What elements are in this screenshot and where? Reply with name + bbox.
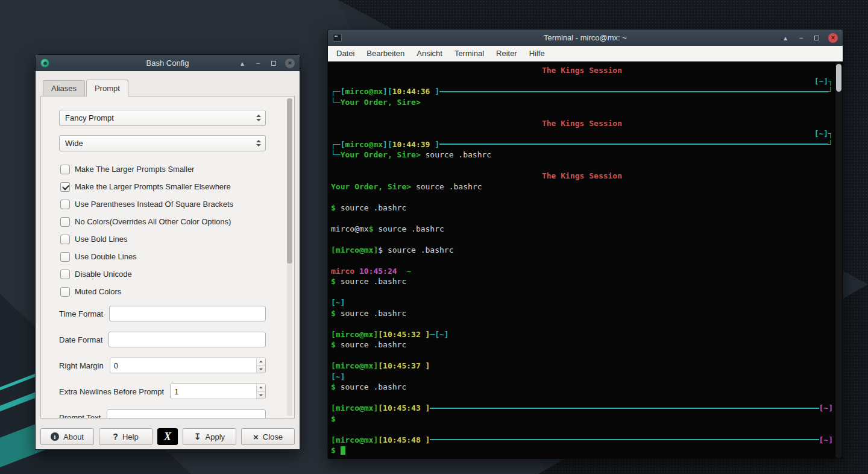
panel-scrollbar-thumb[interactable] — [287, 98, 292, 264]
checkbox-make-the-larger-prompts-smaller-elsewhere[interactable]: Make the Larger Prompts Smaller Elsewher… — [60, 178, 266, 195]
terminal-text: source .bashrc — [336, 203, 406, 213]
terminal-line: [mirco@mx][10:45:48 ][~] — [331, 435, 833, 446]
checkbox-label: Make the Larger Prompts Smaller Elsewher… — [75, 182, 231, 191]
terminal-text: $ — [331, 445, 341, 456]
terminal-text: [mirco@mx] — [331, 435, 378, 446]
menu-item-reiter[interactable]: Reiter — [490, 46, 523, 60]
terminal-scrollbar-thumb[interactable] — [836, 64, 841, 92]
checkbox-box[interactable] — [60, 165, 70, 174]
extra-newlines-before-prompt-spinner[interactable] — [170, 384, 266, 399]
prompt-style-value: Fancy Prompt — [65, 113, 114, 122]
close-button[interactable]: × — [285, 58, 295, 68]
menu-item-bearbeiten[interactable]: Bearbeiten — [360, 46, 410, 60]
right-margin-input[interactable] — [110, 358, 256, 373]
terminal-titlebar[interactable]: Terminal - mirco@mx: ~ ▴ − × — [328, 30, 843, 46]
spin-arrows-icon[interactable] — [256, 384, 265, 399]
checkbox-no-colors-overrides-all-other-color-options[interactable]: No Colors(Overrides All Other Color Opti… — [60, 213, 266, 230]
terminal-text: $ — [369, 224, 374, 235]
field-label: Time Format — [59, 309, 103, 318]
help-button[interactable]: ?Help — [99, 428, 153, 445]
terminal-line: [mirco@mx][10:45:32 ]─[~] — [331, 329, 833, 340]
spin-arrows-icon[interactable] — [256, 358, 265, 373]
terminal-text: Your Order, Sire> — [331, 182, 411, 192]
terminal-line: Your Order, Sire> source .bashrc — [331, 182, 833, 192]
prompt-style-select[interactable]: Fancy Prompt — [59, 110, 266, 126]
date-format-input[interactable] — [108, 332, 266, 347]
button-label: About — [63, 432, 84, 441]
bash-config-body: AliasesPrompt Fancy Prompt Wide Make The… — [36, 71, 300, 450]
terminal-line: The Kings Session — [331, 118, 833, 129]
terminal-line — [331, 393, 833, 403]
terminal-text: source .bashrc — [411, 182, 482, 192]
field-label: Prompt Text — [59, 413, 101, 419]
menu-item-datei[interactable]: Datei — [330, 46, 360, 60]
checkbox-use-double-lines[interactable]: Use Double Lines — [60, 248, 266, 265]
checkbox-box[interactable] — [60, 235, 70, 244]
terminal-line: $ source .bashrc — [331, 308, 833, 319]
menu-item-terminal[interactable]: Terminal — [448, 46, 490, 60]
right-margin-spinner[interactable] — [110, 358, 266, 373]
checkbox-use-parentheses-instead-of-square-brackets[interactable]: Use Parentheses Instead Of Square Bracke… — [60, 195, 266, 213]
terminal-text: $ — [331, 203, 336, 213]
xlogo-icon: X — [164, 431, 171, 443]
checkbox-list: Make The Larger Prompts SmallerMake the … — [60, 160, 266, 300]
terminal-screen[interactable]: The Kings Session[~]┐┌─[mirco@mx][10:44:… — [328, 62, 843, 459]
extra-newlines-before-prompt-input[interactable] — [171, 384, 256, 399]
terminal-line: $ source .bashrc — [331, 340, 833, 350]
combo-arrows-icon — [256, 140, 262, 147]
checkbox-box[interactable] — [60, 287, 70, 297]
menu-item-hilfe[interactable]: Hilfe — [523, 46, 551, 60]
checkbox-box[interactable] — [60, 270, 70, 279]
maximize-button[interactable] — [813, 34, 821, 42]
shade-button[interactable]: ▴ — [238, 59, 247, 68]
terminal-line: $ source .bashrc — [331, 276, 833, 287]
terminal-scrollbar[interactable] — [835, 62, 842, 458]
prompt-width-value: Wide — [65, 139, 83, 148]
prompt-width-select[interactable]: Wide — [59, 135, 266, 151]
prompt-text-input[interactable] — [107, 409, 266, 419]
terminal-text: [~] — [819, 403, 833, 414]
terminal-line: $ source .bashrc — [331, 382, 833, 393]
close-button[interactable]: × — [828, 33, 838, 43]
apply-button[interactable]: ↧Apply — [183, 428, 236, 445]
terminal-text: mirco@mx — [345, 86, 383, 97]
terminal-text: source .bashrc — [336, 308, 406, 319]
minimize-button[interactable]: − — [254, 59, 262, 68]
prompt-rule-line — [430, 408, 819, 409]
checkbox-box[interactable] — [60, 252, 70, 262]
apply-icon: ↧ — [194, 432, 201, 441]
terminal-text: ] — [435, 139, 439, 150]
checkbox-box[interactable] — [60, 217, 70, 227]
minimize-button[interactable]: − — [797, 34, 805, 42]
checkbox-make-the-larger-prompts-smaller[interactable]: Make The Larger Prompts Smaller — [60, 160, 266, 178]
time-format-input[interactable] — [109, 306, 266, 321]
terminal-text: $ source .bashrc — [378, 245, 453, 256]
checkbox-box[interactable] — [60, 200, 70, 209]
checkbox-use-bold-lines[interactable]: Use Bold Lines — [60, 230, 266, 248]
terminal-text: ┘ — [828, 139, 833, 150]
checkbox-box[interactable] — [60, 182, 70, 192]
tab-aliases[interactable]: Aliases — [43, 80, 85, 97]
about-button[interactable]: iAbout — [40, 428, 94, 445]
shade-button[interactable]: ▴ — [781, 34, 790, 42]
maximize-button[interactable] — [269, 59, 278, 68]
terminal-line — [331, 424, 833, 435]
terminal-text: $ — [331, 382, 336, 393]
bash-config-titlebar[interactable]: Bash Config ▴ − × — [36, 55, 300, 71]
terminal-line: [~] — [331, 297, 833, 308]
menu-item-ansicht[interactable]: Ansicht — [410, 46, 448, 60]
terminal-text: mirco@mx — [331, 224, 369, 235]
terminal-text: [mirco@mx] — [331, 403, 378, 414]
button-label: Help — [122, 432, 139, 441]
maximize-icon — [814, 36, 819, 40]
panel-scrollbar[interactable] — [287, 98, 292, 416]
tab-prompt[interactable]: Prompt — [86, 80, 128, 96]
x-logo-button[interactable]: X — [157, 428, 178, 445]
terminal-line: [mirco@mx]$ source .bashrc — [331, 245, 833, 256]
terminal-text: Your Order, Sire> — [341, 150, 421, 160]
terminal-text: 10:44:36 — [392, 86, 435, 97]
close-button[interactable]: ×Close — [241, 428, 295, 445]
terminal-text: source .bashrc — [336, 276, 406, 287]
checkbox-muted-colors[interactable]: Muted Colors — [60, 283, 266, 300]
checkbox-disable-unicode[interactable]: Disable Unicode — [60, 265, 266, 283]
